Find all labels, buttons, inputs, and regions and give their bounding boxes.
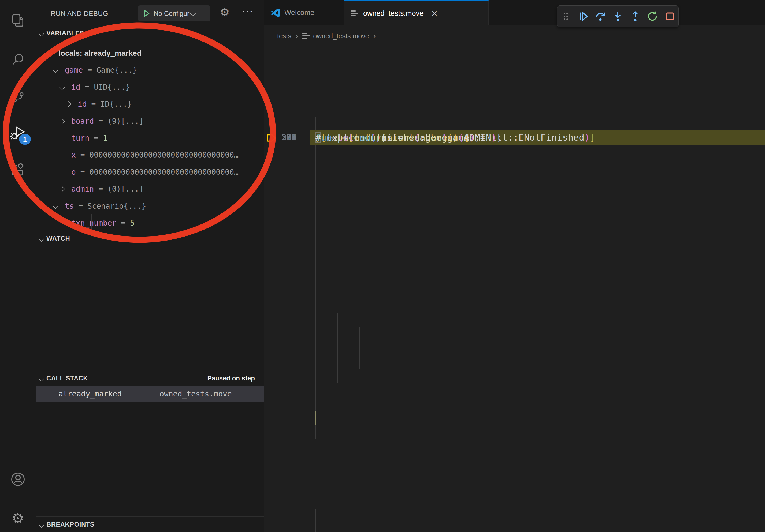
variable-text: x = 000000000000000000000000000000000000…	[71, 150, 239, 159]
variable-row[interactable]: board = (9)[...]	[36, 113, 264, 130]
activity-search-icon[interactable]	[0, 45, 36, 74]
watch-collapse-icon[interactable]	[39, 236, 44, 242]
activity-bar: 1⚙	[0, 0, 36, 532]
chevron-right-icon[interactable]	[59, 186, 65, 192]
step-over-icon[interactable]	[593, 9, 608, 24]
variable-text: o = 000000000000000000000000000000000000…	[71, 168, 239, 176]
tab-label[interactable]: owned_tests.move	[363, 9, 423, 18]
chevron-right-icon[interactable]	[59, 118, 65, 124]
editor-group: Welcome owned_tests.move ✕ tests›owned_t…	[264, 0, 765, 532]
move-file-icon	[351, 9, 359, 18]
activity-run-and-debug-icon[interactable]: 1	[0, 119, 36, 148]
call-stack-status-badge: Paused on step	[208, 375, 255, 382]
gripper-icon[interactable]	[558, 9, 574, 24]
breakpoints-collapse-icon[interactable]	[39, 522, 44, 528]
activity-extensions-icon[interactable]	[0, 155, 36, 185]
tab-bar: Welcome owned_tests.move ✕	[264, 0, 765, 25]
chevron-down-icon[interactable]	[190, 10, 196, 16]
variable-text: game = Game{...}	[65, 66, 137, 75]
indent-guide	[316, 509, 316, 532]
variable-text: id = ID{...}	[78, 100, 132, 109]
variable-row[interactable]: turn = 1	[36, 130, 264, 146]
breakpoints-section-header[interactable]: BREAKPOINTS	[46, 521, 94, 528]
run-and-debug-sidebar: RUN AND DEBUG No Configur ⚙ ⋯ VARIABLES …	[36, 0, 264, 532]
vscode-window: 1⚙ RUN AND DEBUG No Configur ⚙ ⋯ VARIABL…	[0, 0, 765, 532]
chevron-down-icon[interactable]	[46, 50, 52, 56]
variable-text: admin = (0)[...]	[71, 184, 144, 193]
more-actions-icon[interactable]: ⋯	[242, 4, 253, 18]
tab-welcome[interactable]: Welcome	[264, 0, 344, 25]
close-icon[interactable]: ✕	[431, 9, 438, 18]
step-into-icon[interactable]	[610, 9, 626, 24]
variable-text: ts = Scenario{...}	[65, 202, 146, 210]
activity-account-icon[interactable]	[0, 464, 36, 494]
step-out-icon[interactable]	[627, 9, 643, 24]
activity-explorer-icon[interactable]	[0, 6, 36, 35]
breadcrumb-separator: ›	[296, 32, 298, 40]
indent-guide-highlighted	[316, 411, 316, 425]
code-line[interactable]: 304	[264, 131, 765, 145]
variable-row[interactable]: game = Game{...}	[36, 62, 264, 79]
call-stack-frame-row[interactable]: already_marked owned_tests.move	[36, 386, 264, 402]
vscode-logo-icon	[271, 8, 280, 17]
chevron-down-icon[interactable]	[53, 67, 58, 73]
call-stack-section-header[interactable]: CALL STACK	[46, 375, 88, 382]
tab-owned-tests-move[interactable]: owned_tests.move ✕	[344, 0, 489, 25]
debug-badge: 1	[19, 134, 31, 145]
activity-source-control-icon[interactable]	[0, 82, 36, 111]
activity-settings-gear-icon[interactable]: ⚙	[0, 504, 36, 532]
variable-row[interactable]: ts = Scenario{...}	[36, 198, 264, 215]
section-divider	[36, 370, 264, 370]
variables-scope-row[interactable]: locals: already_marked	[36, 45, 264, 62]
restart-icon[interactable]	[645, 9, 660, 24]
tree-indent-guide	[91, 214, 92, 230]
debug-settings-gear-icon[interactable]: ⚙	[220, 6, 230, 18]
chevron-down-icon[interactable]	[53, 203, 58, 209]
frame-file-name[interactable]: owned_tests.move	[160, 390, 232, 398]
debug-toolbar	[557, 5, 679, 27]
continue-icon[interactable]	[575, 9, 591, 24]
breadcrumb-separator: ›	[374, 32, 376, 40]
debug-config-dropdown[interactable]: No Configur	[138, 5, 211, 21]
chevron-down-icon[interactable]	[59, 84, 65, 90]
tab-label[interactable]: Welcome	[285, 9, 315, 17]
breadcrumb-item[interactable]: ...	[380, 32, 386, 40]
indent-guide	[359, 327, 360, 369]
breadcrumb-item[interactable]: owned_tests.move	[313, 32, 369, 40]
variable-text: board = (9)[...]	[71, 117, 144, 126]
variable-text: turn = 1	[71, 134, 108, 142]
start-debug-icon[interactable]	[142, 9, 151, 18]
code-editor[interactable]: 270#[test]271/// When a position is alre…	[264, 46, 765, 532]
variables-collapse-icon[interactable]	[39, 31, 44, 36]
variable-text: locals: already_marked	[58, 49, 142, 58]
stop-icon[interactable]	[662, 9, 678, 24]
watch-section-header[interactable]: WATCH	[46, 235, 70, 242]
frame-function-name[interactable]: already_marked	[58, 390, 122, 398]
call-stack-collapse-icon[interactable]	[39, 376, 44, 382]
indent-guide	[316, 117, 316, 439]
variable-row[interactable]: txn_number = 5	[36, 215, 264, 231]
indent-guide	[338, 313, 338, 383]
debug-config-label[interactable]: No Configur	[154, 10, 189, 17]
breadcrumb: tests›owned_tests.move›...	[264, 25, 765, 46]
section-divider	[36, 516, 264, 517]
variable-row[interactable]: id = ID{...}	[36, 96, 264, 113]
variable-row[interactable]: o = 000000000000000000000000000000000000…	[36, 164, 264, 180]
variable-row[interactable]: id = UID{...}	[36, 79, 264, 96]
line-number[interactable]: 304	[264, 131, 296, 144]
variable-row[interactable]: admin = (0)[...]	[36, 180, 264, 197]
move-file-icon	[302, 32, 311, 40]
variables-section-header[interactable]: VARIABLES	[46, 30, 84, 37]
variable-text: txn_number = 5	[71, 219, 135, 227]
sidebar-title: RUN AND DEBUG	[51, 10, 108, 17]
chevron-right-icon[interactable]	[66, 101, 71, 107]
sidebar-header: RUN AND DEBUG No Configur ⚙ ⋯	[36, 0, 264, 27]
variable-row[interactable]: x = 000000000000000000000000000000000000…	[36, 146, 264, 163]
variable-text: id = UID{...}	[71, 83, 130, 92]
breadcrumb-item[interactable]: tests	[277, 32, 291, 40]
